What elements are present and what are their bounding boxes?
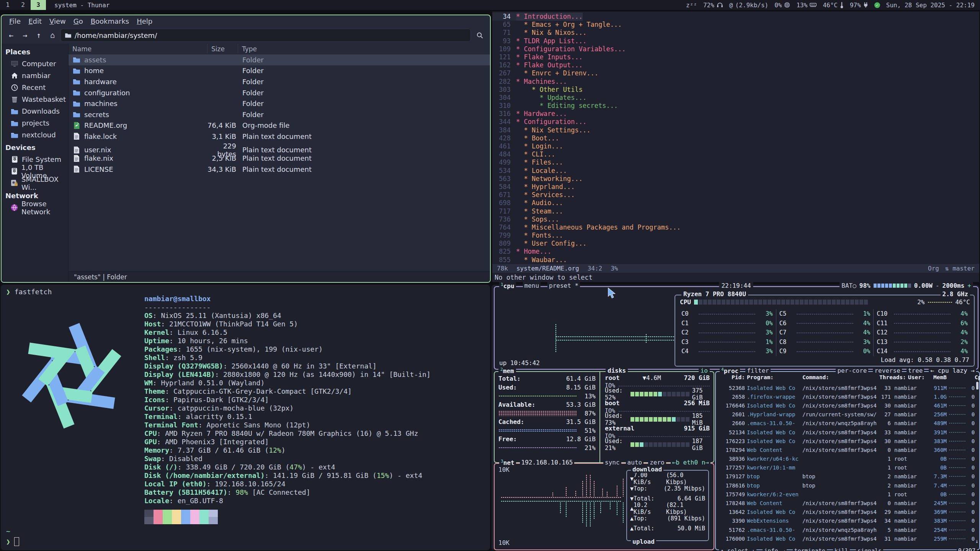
org-heading[interactable]: * Nix Settings... bbox=[516, 126, 590, 134]
proc-key-kill[interactable]: kill bbox=[833, 548, 850, 551]
menu-help[interactable]: Help bbox=[133, 17, 156, 25]
proc-key--select-[interactable]: ↑ select ↓ bbox=[719, 548, 756, 551]
process-row[interactable]: 178616btopbtop2nambiar7.4M0.0 bbox=[718, 481, 975, 490]
process-row[interactable]: 13642Isolated Web Co/nix/store/sm8fmrf3w… bbox=[718, 508, 975, 517]
sidebar-item-computer[interactable]: Computer bbox=[2, 58, 68, 70]
process-row[interactable]: 2601.Hyprland-wrapp/run/current-system/s… bbox=[718, 410, 975, 419]
net-button-zero[interactable]: zero bbox=[648, 459, 666, 466]
org-heading-line[interactable]: 121* Flake Inputs... bbox=[492, 53, 979, 61]
process-row[interactable]: 3390WebExtensions/nix/store/sm8fmrf3wps4… bbox=[718, 517, 975, 525]
org-heading[interactable]: * Configuration Variables... bbox=[516, 45, 626, 53]
org-heading[interactable]: * Other Utils bbox=[516, 86, 583, 94]
sidebar-item-recent[interactable]: Recent bbox=[2, 82, 68, 93]
sidebar-item-smallbox-wi-[interactable]: SMALLBOX Wi... bbox=[2, 177, 68, 189]
table-row[interactable]: hardwareFolder bbox=[69, 76, 490, 87]
org-heading-line[interactable]: 484 * CLI... bbox=[492, 150, 979, 158]
workspace-2[interactable]: 2 bbox=[15, 0, 31, 10]
search-button[interactable] bbox=[473, 29, 486, 42]
home-button[interactable]: ⌂ bbox=[47, 29, 58, 41]
scrollbar-thumb[interactable] bbox=[976, 382, 978, 390]
org-heading-line[interactable]: 93* TLDR App List... bbox=[492, 37, 979, 45]
table-row[interactable]: configurationFolder bbox=[69, 87, 490, 98]
net-button-iface[interactable]: ←b eth0 n→ bbox=[671, 459, 710, 466]
volume-status[interactable]: 72% bbox=[703, 2, 723, 9]
battery-status[interactable]: 97% bbox=[850, 2, 868, 9]
org-heading-line[interactable]: 71 * Nix & Nixos... bbox=[492, 29, 979, 37]
table-row[interactable]: assetsFolder bbox=[69, 54, 490, 65]
back-button[interactable]: ← bbox=[5, 29, 17, 41]
table-row[interactable]: secretsFolder bbox=[69, 109, 490, 120]
org-heading-line[interactable]: 310 * Editing secrets... bbox=[492, 102, 979, 110]
shell-prompt[interactable]: ❯ bbox=[6, 537, 19, 546]
org-heading-line[interactable]: 384 * Nix Settings... bbox=[492, 126, 979, 134]
process-row[interactable]: 179127btopbtop2nambiar7.3M0.0 bbox=[718, 472, 975, 481]
proc-tab[interactable]: 4proc bbox=[720, 367, 740, 375]
column-header-name[interactable]: Name bbox=[69, 44, 207, 54]
process-row[interactable]: 38936kworker/u64:6-kc1root0B0.0 bbox=[718, 455, 975, 463]
idle-inhibitor[interactable]: zᶻᶻ bbox=[686, 2, 697, 9]
org-heading[interactable]: * Files... bbox=[516, 158, 563, 166]
network-status[interactable]: @ (2.9kb/s) bbox=[729, 2, 768, 9]
process-row[interactable]: 176646Isolated Web Co/nix/store/sm8fmrf3… bbox=[718, 401, 975, 410]
path-bar[interactable]: /home/nambiar/system/ bbox=[60, 29, 471, 42]
process-row[interactable]: 2660.emacs-31.0.50-/nix/store/wnqz5pa8ra… bbox=[718, 419, 975, 428]
org-heading[interactable]: * Flake Inputs... bbox=[516, 53, 583, 61]
org-heading-line[interactable]: 428 * Boot... bbox=[492, 134, 979, 142]
org-heading[interactable]: * Editing secrets... bbox=[516, 102, 618, 110]
org-heading-line[interactable]: 34* Introduction... bbox=[492, 13, 979, 21]
org-heading-line[interactable]: 303 * Other Utils bbox=[492, 86, 979, 94]
filter-button[interactable]: filter bbox=[745, 367, 771, 375]
org-heading[interactable]: * Hyprland... bbox=[516, 183, 575, 191]
proc-key-info-[interactable]: info ↵ bbox=[763, 548, 786, 551]
proc-option-reverse[interactable]: reverse bbox=[873, 367, 902, 374]
org-heading[interactable]: * Miscellaneous Packages and Programs... bbox=[516, 223, 681, 231]
table-row[interactable]: flake.lock3,1 KiBPlain text document bbox=[69, 131, 490, 142]
org-heading-line[interactable]: 304 * Updates... bbox=[492, 94, 979, 102]
process-row[interactable]: 175749kworker/6:2-even1root0B0.0 bbox=[718, 490, 975, 499]
proc-key-signals[interactable]: signals bbox=[856, 548, 883, 551]
org-heading-line[interactable]: 563 * Networking... bbox=[492, 175, 979, 183]
menu-edit[interactable]: Edit bbox=[24, 17, 46, 25]
org-heading-line[interactable]: 109* Configuration Variables... bbox=[492, 45, 979, 53]
org-heading[interactable]: * Home... bbox=[516, 248, 551, 256]
org-heading-line[interactable]: 65 * Emacs + Org + Tangle... bbox=[492, 21, 979, 29]
table-row[interactable]: user.nix229 bytesPlain text document bbox=[69, 142, 490, 153]
forward-button[interactable]: → bbox=[19, 29, 31, 41]
sidebar-item-nambiar[interactable]: nambiar bbox=[2, 70, 68, 82]
org-heading-line[interactable]: 344* Configuration... bbox=[492, 118, 979, 126]
org-heading-line[interactable]: 698 * Audio... bbox=[492, 199, 979, 207]
process-row[interactable]: 177257kworker/10:1-mm_1root0B0.0 bbox=[718, 463, 975, 472]
proc-option-per-core[interactable]: per-core bbox=[836, 367, 868, 374]
scroll-down-arrow[interactable]: ↓ bbox=[975, 538, 978, 544]
org-heading[interactable]: * Services... bbox=[516, 191, 575, 199]
net-button-auto[interactable]: auto bbox=[626, 459, 644, 466]
org-heading[interactable]: * Audio... bbox=[516, 199, 563, 207]
process-row[interactable]: 178294Web Content/nix/store/sm8fmrf3wps4… bbox=[718, 445, 975, 454]
workspace-1[interactable]: 1 bbox=[0, 0, 15, 10]
org-heading-line[interactable]: 736 * Sops... bbox=[492, 215, 979, 223]
menu-file[interactable]: File bbox=[5, 17, 24, 25]
process-row[interactable]: 51762.emacs-31.0.50-/nix/store/wnqz5pa8r… bbox=[718, 525, 975, 534]
column-header-size[interactable]: Size bbox=[207, 44, 238, 54]
process-row[interactable]: 176223Isolated Web Co/nix/store/sm8fmrf3… bbox=[718, 437, 975, 445]
org-heading[interactable]: * Sops... bbox=[516, 215, 559, 223]
interval-minus[interactable]: - bbox=[936, 282, 939, 289]
org-heading-line[interactable]: 162* Flake Output... bbox=[492, 61, 979, 69]
sidebar-item-nextcloud[interactable]: nextcloud bbox=[2, 129, 68, 141]
org-heading-line[interactable]: 499 * Files... bbox=[492, 158, 979, 166]
org-heading[interactable]: * Hardware... bbox=[516, 110, 567, 118]
org-heading-line[interactable]: 825* Home... bbox=[492, 248, 979, 256]
sidebar-item-projects[interactable]: projects bbox=[2, 117, 68, 129]
org-heading[interactable]: * Boot... bbox=[516, 134, 559, 142]
org-heading[interactable]: * Emacs + Org + Tangle... bbox=[516, 21, 622, 29]
org-heading-line[interactable]: 461 * Login... bbox=[492, 142, 979, 150]
org-heading-line[interactable]: 717 * Steam... bbox=[492, 207, 979, 215]
org-heading[interactable]: * Updates... bbox=[516, 94, 586, 102]
updates-ok-icon[interactable]: ✓ bbox=[874, 2, 880, 8]
process-row[interactable]: 2658.firefox-wrappe/nix/store/sm8fmrf3wp… bbox=[718, 392, 975, 401]
org-heading[interactable]: * Envrc + Direnv... bbox=[516, 69, 598, 77]
org-heading[interactable]: * Introduction... bbox=[516, 13, 583, 21]
org-heading[interactable]: * Flake Output... bbox=[516, 61, 583, 69]
table-row[interactable]: homeFolder bbox=[69, 65, 490, 77]
sidebar-item-downloads[interactable]: Downloads bbox=[2, 105, 68, 117]
